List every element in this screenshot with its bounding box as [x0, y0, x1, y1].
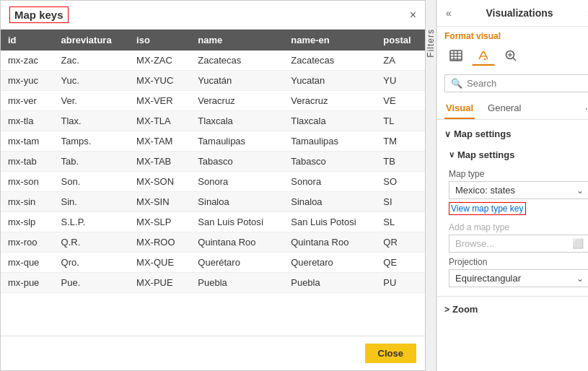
- viz-panel-header: « Visualizations »: [437, 0, 588, 27]
- table-cell: MX-PUE: [129, 273, 190, 293]
- svg-line-8: [513, 58, 516, 61]
- col-header-iso: iso: [129, 30, 190, 51]
- col-header-name: name: [190, 30, 284, 51]
- add-map-type-label: Add a map type: [449, 222, 588, 232]
- table-cell: Tamaulipas: [284, 131, 376, 152]
- table-cell: mx-tam: [1, 131, 54, 152]
- table-cell: TL: [376, 111, 425, 131]
- table-cell: MX-ZAC: [129, 51, 190, 71]
- dialog-footer: Close: [1, 336, 425, 370]
- table-cell: mx-sin: [1, 192, 54, 212]
- table-cell: MX-TLA: [129, 111, 190, 131]
- table-cell: MX-TAB: [129, 152, 190, 172]
- search-input[interactable]: [467, 78, 588, 89]
- table-cell: Sonora: [284, 172, 376, 192]
- close-dialog-button[interactable]: Close: [365, 344, 416, 363]
- tab-more-button[interactable]: ···: [585, 102, 588, 115]
- map-settings-chevron: ∨: [444, 129, 451, 139]
- table-cell: Tabasco: [190, 152, 284, 172]
- table-cell: MX-SIN: [129, 192, 190, 212]
- browse-field[interactable]: Browse... ⬜: [449, 235, 588, 253]
- table-cell: Zac.: [54, 51, 130, 71]
- subsection-label: Map settings: [457, 149, 514, 160]
- table-row: mx-queQro.MX-QUEQuerétaroQueretaroQE: [1, 253, 425, 273]
- table-cell: Son.: [54, 172, 130, 192]
- table-cell: Puebla: [190, 273, 284, 293]
- table-cell: Pue.: [54, 273, 130, 293]
- table-cell: Quintana Roo: [284, 232, 376, 253]
- browse-label: Browse...: [455, 238, 494, 249]
- map-settings-label: Map settings: [454, 128, 511, 139]
- subsection-chevron: ∨: [449, 150, 455, 160]
- table-cell: MX-SLP: [129, 212, 190, 232]
- zoom-section-header[interactable]: > Zoom: [437, 300, 588, 319]
- table-cell: Tamaulipas: [190, 131, 284, 152]
- table-row: mx-tamTamps.MX-TAMTamaulipasTamaulipasTM: [1, 131, 425, 152]
- table-cell: Zacatecas: [190, 51, 284, 71]
- table-cell: Quintana Roo: [190, 232, 284, 253]
- table-cell: San Luis Potosí: [190, 212, 284, 232]
- filters-label: Filters: [426, 29, 436, 58]
- settings-content: ∨ Map settings ∨ Map settings Map type M…: [437, 120, 588, 371]
- table-cell: Tamps.: [54, 131, 130, 152]
- map-type-caret: ⌄: [576, 186, 584, 196]
- browse-icon: ⬜: [572, 238, 584, 249]
- zoom-label: Zoom: [452, 304, 478, 315]
- table-cell: Yuc.: [54, 71, 130, 91]
- tab-visual[interactable]: Visual: [444, 98, 475, 119]
- paint-icon-button[interactable]: [472, 45, 495, 66]
- zoom-chevron: >: [444, 305, 449, 315]
- table-row: mx-slpS.L.P.MX-SLPSan Luis PotosíSan Lui…: [1, 212, 425, 232]
- table-cell: TM: [376, 131, 425, 152]
- tab-general[interactable]: General: [486, 98, 522, 119]
- tabs-row: Visual General ···: [437, 98, 588, 120]
- table-cell: mx-pue: [1, 273, 54, 293]
- close-x-button[interactable]: ×: [410, 9, 416, 21]
- table-row: mx-tabTab.MX-TABTabascoTabascoTB: [1, 152, 425, 172]
- table-cell: ZA: [376, 51, 425, 71]
- table-row: mx-zacZac.MX-ZACZacatecasZacatecasZA: [1, 51, 425, 71]
- map-settings-subsection[interactable]: ∨ Map settings: [449, 147, 588, 165]
- table-cell: QR: [376, 232, 425, 253]
- table-row: mx-rooQ.R.MX-ROOQuintana RooQuintana Roo…: [1, 232, 425, 253]
- table-cell: Yucatan: [284, 71, 376, 91]
- table-cell: Tab.: [54, 152, 130, 172]
- table-cell: mx-ver: [1, 91, 54, 111]
- map-type-dropdown[interactable]: Mexico: states ⌄: [449, 181, 588, 199]
- table-cell: MX-QUE: [129, 253, 190, 273]
- table-row: mx-tlaTlax.MX-TLATlaxcalaTlaxcalaTL: [1, 111, 425, 131]
- collapse-icon-button[interactable]: «: [444, 6, 453, 20]
- table-cell: mx-yuc: [1, 71, 54, 91]
- table-cell: mx-que: [1, 253, 54, 273]
- table-cell: Tlaxcala: [284, 111, 376, 131]
- table-cell: Yucatán: [190, 71, 284, 91]
- col-header-id: id: [1, 30, 54, 51]
- table-cell: Sinaloa: [284, 192, 376, 212]
- divider: [437, 296, 588, 297]
- table-cell: SO: [376, 172, 425, 192]
- visualizations-panel: « Visualizations » Format visual: [436, 0, 588, 371]
- map-keys-table-container: id abreviatura iso name name-en postal m…: [1, 30, 425, 336]
- projection-dropdown[interactable]: Equirectangular ⌄: [449, 269, 588, 287]
- table-cell: SI: [376, 192, 425, 212]
- table-cell: mx-son: [1, 172, 54, 192]
- view-map-type-key-link[interactable]: View map type key: [449, 202, 526, 215]
- table-icon-button[interactable]: [444, 45, 468, 66]
- projection-value: Equirectangular: [455, 273, 521, 284]
- table-cell: TB: [376, 152, 425, 172]
- table-cell: San Luis Potosi: [284, 212, 376, 232]
- col-header-name-en: name-en: [284, 30, 376, 51]
- map-keys-dialog: Map keys × id abreviatura iso name name-…: [0, 0, 426, 371]
- map-type-value: Mexico: states: [455, 185, 515, 196]
- table-row: mx-verVer.MX-VERVeracruzVeracruzVE: [1, 91, 425, 111]
- magnify-icon-button[interactable]: [499, 45, 522, 66]
- table-cell: Tlax.: [54, 111, 130, 131]
- table-cell: MX-ROO: [129, 232, 190, 253]
- table-cell: Puebla: [284, 273, 376, 293]
- table-cell: mx-zac: [1, 51, 54, 71]
- table-cell: S.L.P.: [54, 212, 130, 232]
- table-cell: MX-YUC: [129, 71, 190, 91]
- table-cell: mx-tab: [1, 152, 54, 172]
- map-settings-section-header[interactable]: ∨ Map settings: [437, 124, 588, 144]
- map-type-label: Map type: [449, 169, 588, 179]
